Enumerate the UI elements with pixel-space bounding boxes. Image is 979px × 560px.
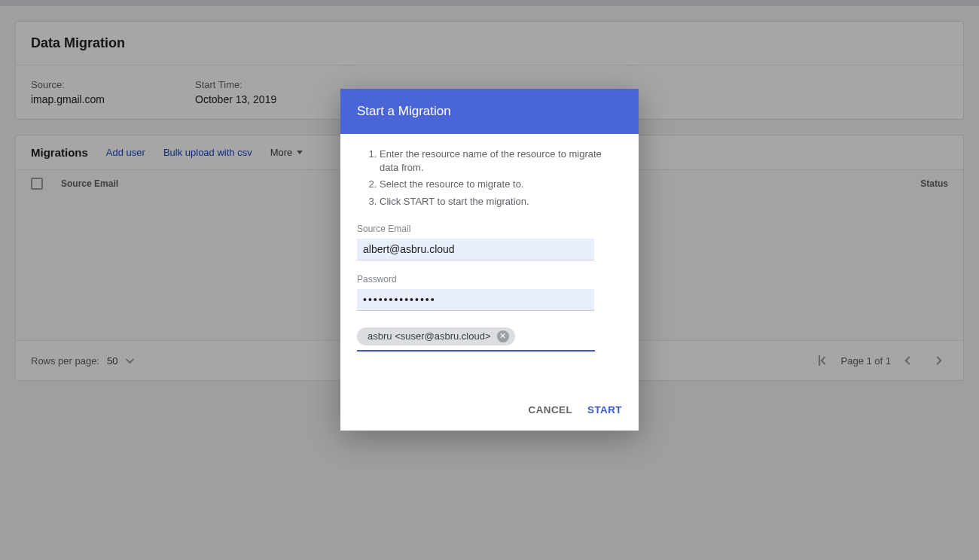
source-email-input[interactable] <box>357 239 594 260</box>
source-email-label: Source Email <box>357 224 622 234</box>
dialog-steps: Enter the resource name of the resource … <box>357 148 622 208</box>
dialog-step-1: Enter the resource name of the resource … <box>380 148 622 175</box>
dialog-step-3: Click START to start the migration. <box>380 195 622 208</box>
chip-remove-icon[interactable]: ✕ <box>497 330 509 342</box>
dialog-title: Start a Migration <box>340 89 639 134</box>
dialog-actions: CANCEL START <box>340 359 639 431</box>
modal-overlay[interactable]: Start a Migration Enter the resource nam… <box>0 0 979 560</box>
start-button[interactable]: START <box>587 404 622 415</box>
cancel-button[interactable]: CANCEL <box>529 404 573 415</box>
dialog-step-2: Select the resource to migrate to. <box>380 178 622 191</box>
target-user-chip: asbru <suser@asbru.cloud> ✕ <box>357 327 515 345</box>
password-input[interactable] <box>357 289 594 311</box>
password-label: Password <box>357 274 622 285</box>
start-migration-dialog: Start a Migration Enter the resource nam… <box>340 89 639 431</box>
dialog-body: Enter the resource name of the resource … <box>340 134 639 359</box>
target-user-field[interactable]: asbru <suser@asbru.cloud> ✕ <box>357 327 595 352</box>
chip-label: asbru <suser@asbru.cloud> <box>368 330 491 342</box>
